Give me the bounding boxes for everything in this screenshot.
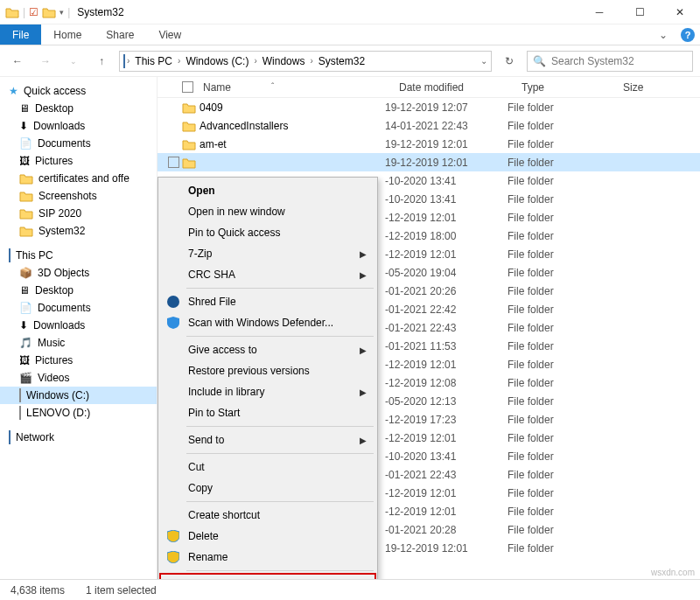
sidebar-item[interactable]: 🎵Music: [0, 334, 157, 352]
sidebar-item[interactable]: 📦3D Objects: [0, 264, 157, 282]
row-checkbox[interactable]: [168, 157, 179, 168]
file-type: File folder: [508, 450, 609, 463]
ctx-open[interactable]: Open: [160, 180, 375, 201]
crumb-windows[interactable]: Windows: [259, 55, 309, 67]
ctx-include-library[interactable]: Include in library▶: [160, 381, 375, 402]
sidebar-item-label: Pictures: [35, 155, 73, 167]
sidebar-quick-access[interactable]: ★Quick access: [0, 82, 157, 100]
file-date: -12-2019 12:01: [385, 487, 508, 499]
back-button[interactable]: ←: [7, 51, 28, 72]
table-row[interactable]: AdvancedInstallers14-01-2021 22:43File f…: [158, 116, 700, 135]
file-type: File folder: [508, 303, 609, 316]
sidebar-item[interactable]: ⬇Downloads: [0, 117, 157, 135]
sidebar-item[interactable]: 🖥Desktop: [0, 100, 157, 117]
ctx-give-access[interactable]: Give access to▶: [160, 339, 375, 360]
address-bar: ← → ⌄ ↑ › This PC › Windows (C:) › Windo…: [0, 45, 700, 77]
crumb-c[interactable]: Windows (C:): [182, 55, 252, 67]
chevron-right-icon[interactable]: ›: [310, 56, 312, 66]
select-all-checkbox[interactable]: [182, 81, 193, 93]
crumb-system32[interactable]: System32: [315, 55, 368, 67]
sidebar-item[interactable]: 📄Documents: [0, 299, 157, 317]
ctx-pin-quick-access[interactable]: Pin to Quick access: [160, 222, 375, 243]
tab-home[interactable]: Home: [41, 24, 94, 45]
search-input[interactable]: 🔍 Search System32: [527, 51, 693, 72]
file-type: File folder: [508, 487, 609, 499]
chevron-right-icon[interactable]: ›: [178, 56, 180, 66]
qat-folder-icon[interactable]: [42, 6, 56, 18]
ctx-cut[interactable]: Cut: [160, 457, 375, 478]
forward-button[interactable]: →: [35, 51, 56, 72]
ctx-defender[interactable]: Scan with Windows Defender...: [160, 312, 375, 333]
sidebar-item-label: Documents: [38, 302, 91, 314]
sidebar-item[interactable]: SIP 2020: [0, 205, 157, 222]
sidebar-item-label: Videos: [38, 372, 69, 384]
ctx-rename[interactable]: Rename: [160, 547, 375, 568]
sidebar-item-label: Desktop: [35, 102, 74, 115]
sidebar-this-pc[interactable]: This PC: [0, 247, 157, 264]
chevron-right-icon: ▶: [360, 270, 367, 280]
ctx-pin-start[interactable]: Pin to Start: [160, 402, 375, 423]
file-date: -10-2020 13:41: [385, 193, 508, 206]
sidebar-item[interactable]: certificates and offe: [0, 170, 157, 187]
sidebar-item[interactable]: System32: [0, 222, 157, 240]
sidebar-item[interactable]: 📄Documents: [0, 135, 157, 152]
sidebar-item-label: System32: [38, 225, 85, 237]
ctx-crc-sha[interactable]: CRC SHA▶: [160, 264, 375, 285]
breadcrumb[interactable]: › This PC › Windows (C:) › Windows › Sys…: [119, 51, 492, 72]
tab-view[interactable]: View: [146, 24, 193, 45]
chevron-right-icon[interactable]: ›: [254, 56, 256, 66]
ctx-open-new-window[interactable]: Open in new window: [160, 201, 375, 222]
file-type: File folder: [508, 267, 609, 279]
sidebar-item[interactable]: ⬇Downloads: [0, 317, 157, 334]
tab-file[interactable]: File: [0, 24, 41, 45]
file-date: 19-12-2019 12:07: [385, 101, 508, 114]
file-date: -01-2021 22:42: [385, 303, 508, 316]
file-type: File folder: [508, 377, 609, 389]
chevron-right-icon[interactable]: ›: [127, 56, 130, 66]
col-size[interactable]: Size: [623, 81, 676, 94]
close-button[interactable]: ✕: [660, 0, 700, 24]
minimize-button[interactable]: ─: [579, 0, 620, 24]
network-icon: [9, 431, 10, 443]
maximize-button[interactable]: ☐: [620, 0, 660, 24]
sidebar-item[interactable]: 🎬Videos: [0, 369, 157, 387]
ribbon-expand-icon[interactable]: ⌄: [651, 24, 676, 45]
col-type[interactable]: Type: [522, 81, 623, 94]
disk-icon: [19, 407, 21, 419]
help-button[interactable]: ?: [676, 24, 700, 45]
item-icon: 🎬: [19, 372, 32, 384]
qat-check-icon[interactable]: ☑: [29, 6, 38, 18]
sidebar-item[interactable]: 🖼Pictures: [0, 352, 157, 369]
file-date: -01-2021 20:26: [385, 285, 508, 297]
ctx-copy[interactable]: Copy: [160, 478, 375, 499]
ctx-7zip[interactable]: 7-Zip▶: [160, 243, 375, 264]
sidebar-network[interactable]: Network: [0, 429, 157, 446]
table-row[interactable]: 040919-12-2019 12:07File folder: [158, 98, 700, 116]
table-row[interactable]: am-et19-12-2019 12:01File folder: [158, 135, 700, 153]
sidebar-item[interactable]: Screenshots: [0, 187, 157, 205]
sidebar-item[interactable]: 🖼Pictures: [0, 152, 157, 170]
folder-icon: [182, 101, 198, 114]
ctx-shred[interactable]: Shred File: [160, 291, 375, 312]
qat-dropdown-icon[interactable]: ▾: [60, 8, 64, 17]
tab-share[interactable]: Share: [94, 24, 146, 45]
col-name[interactable]: Nameˆ: [196, 81, 399, 94]
table-row[interactable]: 19-12-2019 12:01File folder: [158, 153, 700, 171]
ctx-delete[interactable]: Delete: [160, 526, 375, 547]
separator: [186, 570, 374, 571]
ctx-create-shortcut[interactable]: Create shortcut: [160, 505, 375, 526]
sidebar-item[interactable]: 🖥Desktop: [0, 282, 157, 299]
ctx-restore-versions[interactable]: Restore previous versions: [160, 360, 375, 381]
path-dropdown-icon[interactable]: ⌄: [480, 56, 487, 66]
up-button[interactable]: ↑: [91, 51, 112, 72]
refresh-button[interactable]: ↻: [499, 51, 520, 72]
crumb-thispc[interactable]: This PC: [131, 55, 176, 67]
recent-dropdown-icon[interactable]: ⌄: [63, 51, 84, 72]
shield-icon: [165, 551, 181, 563]
col-date[interactable]: Date modified: [399, 81, 522, 94]
sidebar-item[interactable]: Windows (C:): [0, 387, 157, 404]
pc-icon: [123, 55, 125, 67]
ctx-send-to[interactable]: Send to▶: [160, 429, 375, 450]
sidebar-item[interactable]: LENOVO (D:): [0, 404, 157, 422]
folder-icon: [19, 207, 33, 220]
